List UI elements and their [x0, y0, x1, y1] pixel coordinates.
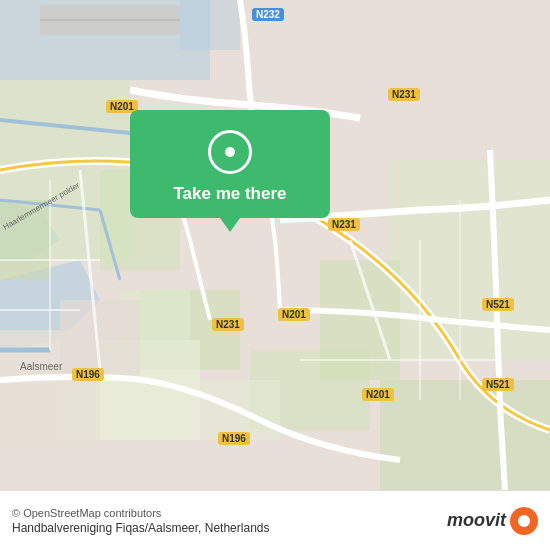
- road-label-n201d: N201: [362, 388, 394, 401]
- svg-rect-2: [180, 0, 240, 50]
- location-pin-icon: [208, 130, 252, 174]
- road-label-n231b: N231: [328, 218, 360, 231]
- bottom-bar: © OpenStreetMap contributors Handbalvere…: [0, 490, 550, 550]
- road-label-n231a: N231: [388, 88, 420, 101]
- moovit-text: moovit: [447, 510, 506, 531]
- svg-rect-12: [320, 260, 400, 380]
- map-background: Aalsmeer Haarlemmermeer polder: [0, 0, 550, 490]
- road-label-n521a: N521: [482, 298, 514, 311]
- road-label-n232: N232: [252, 8, 284, 21]
- location-text: Handbalvereniging Fiqas/Aalsmeer, Nether…: [12, 521, 269, 535]
- road-label-n521b: N521: [482, 378, 514, 391]
- svg-text:Aalsmeer: Aalsmeer: [20, 361, 63, 372]
- road-label-n196a: N196: [72, 368, 104, 381]
- road-label-n201c: N201: [278, 308, 310, 321]
- popup-label: Take me there: [173, 184, 286, 204]
- osm-attribution: © OpenStreetMap contributors: [12, 507, 269, 519]
- road-label-n196b: N196: [218, 432, 250, 445]
- moovit-logo: moovit: [447, 507, 538, 535]
- moovit-dot-icon: [510, 507, 538, 535]
- pin-center: [225, 147, 235, 157]
- svg-rect-10: [380, 380, 550, 490]
- take-me-there-popup[interactable]: Take me there: [130, 110, 330, 218]
- map-container: Aalsmeer Haarlemmermeer polder N232 N231…: [0, 0, 550, 490]
- road-label-n231c: N231: [212, 318, 244, 331]
